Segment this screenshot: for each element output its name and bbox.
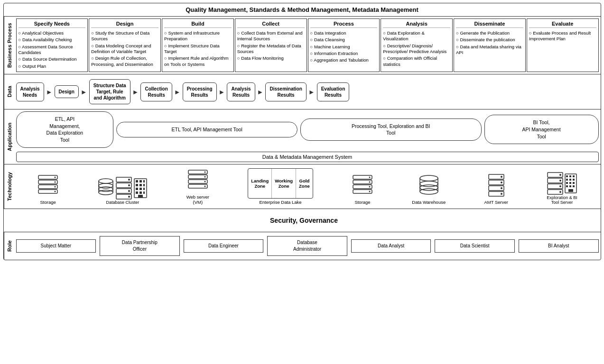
tech-item-datawarehouse: Data Warehouse	[412, 173, 446, 205]
role-box-bi-analyst: BI Analyst	[519, 239, 599, 253]
list-item: Data Availability Cheking	[19, 36, 86, 43]
arrow-4: ►	[173, 88, 182, 96]
svg-point-53	[420, 175, 438, 181]
svg-point-22	[128, 196, 130, 198]
svg-rect-24	[136, 180, 138, 182]
security-row-content: Security, Governance	[8, 209, 601, 232]
datawarehouse-icon	[418, 173, 440, 198]
application-row-label: Application	[4, 109, 14, 164]
svg-point-74	[559, 191, 561, 193]
app-box-etl-api-exploration: ETL, APIManagement,Data ExplorationTool	[16, 111, 114, 148]
bp-col-process: Process Data Integration Data Cleansing …	[308, 18, 380, 72]
bp-col-evaluate-header: Evaluate	[529, 21, 596, 28]
app-bottom-system: Data & Metadata Management System	[16, 152, 599, 162]
role-row-label: Role	[4, 232, 14, 260]
technology-row: Technology	[4, 164, 601, 209]
tech-label-webserver: Web server(VM)	[186, 194, 209, 205]
svg-point-71	[559, 174, 561, 176]
role-box-db-admin: DatabaseAdministrator	[267, 236, 347, 256]
data-box-collection: CollectionResults	[140, 82, 172, 101]
list-item: Information Extraction	[310, 50, 378, 57]
svg-rect-81	[573, 179, 575, 181]
bp-col-build-header: Build	[164, 21, 232, 28]
edl-zone-landing: LandingZone	[248, 169, 272, 198]
data-box-analysis-needs: AnalysisNeeds	[16, 82, 44, 101]
bp-col-disseminate-list: Generate the Publication Disseminate the…	[456, 30, 523, 56]
bp-col-disseminate-header: Disseminate	[456, 21, 523, 28]
svg-point-5	[55, 181, 56, 182]
list-item: Machine Learning	[310, 44, 378, 50]
data-row-content: AnalysisNeeds ► Design ► Structure DataT…	[14, 74, 601, 109]
svg-rect-82	[566, 182, 568, 184]
application-row-content: ETL, APIManagement,Data ExplorationTool …	[14, 109, 601, 164]
list-item: System and Infrastructure Preparation	[164, 30, 232, 43]
svg-rect-76	[566, 175, 568, 177]
business-process-row: Business Process Specify Needs Analytica…	[4, 17, 601, 74]
edl-zone-gold: GoldZone	[296, 169, 313, 198]
list-item: Descriptive/ Diagnosis/ Prescriptive/ Pr…	[383, 43, 450, 55]
storage-icon-2	[352, 173, 373, 198]
svg-rect-86	[569, 185, 571, 187]
svg-rect-26	[143, 180, 145, 182]
svg-point-14	[99, 187, 113, 191]
svg-rect-79	[566, 179, 568, 181]
bp-col-collect-list: Collect Data from External and Internal …	[237, 30, 305, 62]
bi-tool-server-icons	[547, 172, 577, 195]
list-item: Data Exploration & Visualization	[383, 30, 450, 43]
data-row: Data AnalysisNeeds ► Design ► Structure …	[4, 74, 601, 109]
role-box-data-scientist: Data Scientist	[435, 239, 515, 253]
svg-point-51	[369, 186, 371, 187]
tech-label-edl: Enterprise Data Lake	[259, 200, 301, 205]
data-box-evaluation: EvaluationResults	[317, 82, 350, 101]
tech-item-storage1: Storage	[37, 173, 59, 205]
bp-col-collect: Collect Collect Data from External and I…	[235, 18, 307, 72]
tech-item-db-cluster: Database Cluster	[97, 176, 148, 205]
svg-rect-83	[569, 182, 571, 184]
role-row: Role Subject Matter Data PartnershipOffi…	[4, 232, 601, 260]
list-item: Data Integration	[310, 30, 378, 36]
amt-server-icon	[488, 173, 505, 198]
svg-point-58	[420, 185, 438, 191]
svg-point-65	[501, 187, 502, 189]
tech-item-storage2: Storage	[352, 173, 373, 205]
svg-point-7	[55, 191, 56, 192]
tech-label-storage1: Storage	[40, 200, 56, 205]
tech-label-storage2: Storage	[354, 200, 370, 205]
tech-label-datawarehouse: Data Warehouse	[412, 200, 446, 205]
role-box-subject-matter: Subject Matter	[16, 239, 96, 253]
technology-row-label: Technology	[4, 164, 14, 209]
svg-point-63	[501, 176, 502, 178]
bp-col-process-header: Process	[310, 21, 378, 28]
list-item: Analytical Objectives	[19, 30, 86, 36]
tech-item-edl: LandingZone WorkingZone GoldZone Enterpr…	[248, 168, 313, 205]
bp-col-collect-header: Collect	[237, 21, 305, 28]
app-box-etl-api: ETL Tool, API Management Tool	[116, 122, 297, 137]
bp-col-design-list: Study the Structure of Data Sources Data…	[91, 30, 158, 68]
technology-row-content: Storage	[14, 164, 601, 209]
svg-point-20	[128, 184, 130, 186]
list-item: Data and Metadata sharing via API	[456, 44, 523, 56]
svg-point-66	[501, 193, 502, 195]
edl-zone-working: WorkingZone	[272, 169, 296, 198]
bp-col-design: Design Study the Structure of Data Sourc…	[89, 18, 161, 72]
role-box-data-engineer: Data Engineer	[184, 239, 264, 253]
svg-rect-78	[573, 175, 575, 177]
arrow-7: ►	[307, 88, 316, 96]
svg-rect-85	[566, 185, 568, 187]
list-item: Evaluate Process and Result Improvement …	[529, 30, 596, 43]
svg-rect-30	[136, 188, 138, 190]
bp-col-evaluate: Evaluate Evaluate Process and Result Imp…	[527, 18, 599, 72]
svg-rect-33	[136, 191, 138, 194]
storage-icon-1	[37, 173, 59, 198]
svg-point-4	[55, 176, 56, 178]
bp-col-specify-header: Specify Needs	[19, 21, 86, 28]
svg-point-8	[99, 179, 113, 183]
data-box-structure: Structure DataTarget, Ruleand Algorithm	[89, 79, 130, 104]
db-cluster-icons	[97, 176, 148, 200]
bp-col-build-list: System and Infrastructure Preparation Im…	[164, 30, 232, 68]
svg-point-44	[204, 185, 205, 187]
webserver-icon	[187, 168, 209, 193]
svg-rect-29	[143, 184, 145, 186]
svg-point-41	[204, 171, 205, 173]
list-item: Data Cleansing	[310, 36, 378, 43]
